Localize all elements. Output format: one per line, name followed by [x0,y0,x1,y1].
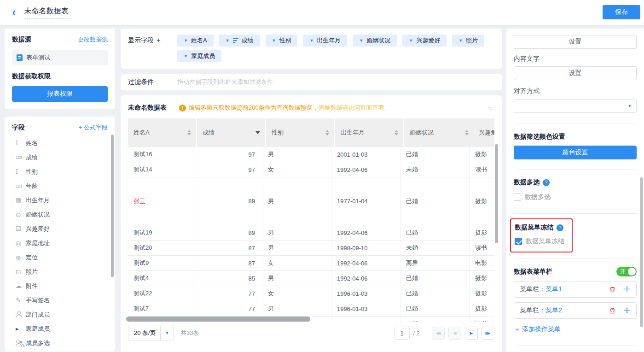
menu-bar-item[interactable]: 菜单栏： 菜单1 [514,281,637,298]
field-tag[interactable]: ▼ 家庭成员 [177,50,221,62]
field-list: 姓名 成绩 性别 年龄 出生年月 婚姻状 [12,136,108,350]
delete-icon[interactable] [609,286,616,293]
field-list-item[interactable]: 出生年月 [12,193,108,207]
cell-score: 87 [193,241,262,255]
settings-button-1[interactable]: 设置 [514,35,637,49]
field-tag[interactable]: ▼ 性别 [266,35,298,47]
field-tag[interactable]: ▼ 姓名A [177,35,214,47]
field-list-item[interactable]: 手写签名 [12,293,108,307]
column-header[interactable]: 兴趣爱好 [473,118,494,147]
datasource-item[interactable]: 表单测试 [12,50,108,65]
cell-hobby: 摄影 [470,147,494,162]
prev-page-button[interactable]: ◀ [448,327,461,340]
field-tag[interactable]: ▼ 兴趣爱好 [402,35,447,47]
column-header[interactable]: 出生年月 [335,118,403,147]
page-number-input[interactable]: 1 [395,327,410,340]
multi-select-checkbox-row[interactable]: 数据多选 [514,193,637,201]
field-list-item[interactable]: 兴趣爱好 [12,222,108,236]
last-page-button[interactable]: ▶▶ [482,327,494,340]
column-label: 性别 [272,129,325,137]
column-header[interactable]: 性别 [266,118,334,147]
field-tag[interactable]: ▼ 出生年月 [303,35,347,47]
chevron-down-icon: ▼ [184,54,188,59]
cell-gender: 女 [262,162,331,177]
checkbox-icon [16,225,26,233]
field-list-item[interactable]: 部门成员 [12,307,108,322]
field-list-item[interactable]: 年龄 [12,179,108,193]
add-formula-field-link[interactable]: + 公式字段 [79,123,108,132]
menu-item-prefix: 菜单栏： [520,306,545,315]
cell-gender: 男 [262,147,331,162]
table-horizontal-scrollbar[interactable] [126,317,310,322]
field-tag-label: 性别 [279,36,291,45]
cell-hobby: 摄影 [470,301,494,316]
add-display-field-button[interactable]: + [157,36,161,44]
field-list-item[interactable]: 姓名 [12,136,108,150]
freeze-checkbox-label: 数据菜单冻结 [526,237,564,246]
field-list-item[interactable]: 定位 [12,250,108,264]
cell-score: 89 [193,177,262,225]
menu-item-name[interactable]: 菜单1 [545,285,562,293]
table-vertical-scrollbar[interactable] [495,144,498,243]
change-datasource-link[interactable]: 更改数据源 [78,35,108,44]
divider [514,123,637,123]
column-header[interactable]: 姓名A [128,118,196,147]
color-settings-button[interactable]: 颜色设置 [514,146,637,159]
table-menu-toggle[interactable]: 开 [616,267,637,276]
align-select[interactable]: ▼ [514,99,637,113]
add-action-menu-link[interactable]: ＋ 添加操作菜单 [514,325,561,334]
settings-button-2[interactable]: 设置 [514,66,637,80]
field-tag-label: 照片 [466,36,478,45]
field-tag[interactable]: ▼ 成绩 [219,35,260,47]
next-page-button[interactable]: ▶ [465,327,478,340]
menu-bar-item[interactable]: 菜单栏： 菜单2 [514,302,637,319]
sort-desc-active-icon [255,131,260,134]
filter-label: 过滤条件 [128,78,177,86]
field-list-item[interactable]: 照片 [12,264,108,279]
cell-birth: 2001-01-03 [331,147,400,162]
table-row: 测试4 85 男 1992-04-06 已婚 摄影 [128,271,494,286]
filter-dropzone[interactable]: 拖动左侧字段到此处来添加过滤条件 [177,78,494,86]
page-scrollbar[interactable] [640,177,643,327]
menu-item-list: 菜单栏： 菜单1 菜单栏： 菜单2 [514,281,637,319]
field-list-item[interactable]: 性别 [12,164,108,179]
first-page-button[interactable]: ◀◀ [432,327,445,340]
fields-scrollbar[interactable] [111,135,114,277]
chevron-down-icon: ▼ [272,38,276,43]
report-permission-button[interactable]: 报表权限 [12,86,108,102]
sort-order-icon[interactable]: ↑↓ [487,105,494,111]
field-list-item[interactable]: 家庭地址 [12,236,108,250]
field-list-item[interactable]: 婚姻状况 [12,207,108,222]
page-size-select[interactable]: 20 条/页 ▼ [128,326,174,340]
field-tag[interactable]: ▼ 婚姻状况 [353,35,397,47]
field-label: 成员多选 [26,339,50,347]
page-title[interactable]: 未命名数据表 [24,6,69,19]
field-list-item[interactable]: 成绩 [12,150,108,164]
cell-score: 87 [193,256,262,270]
cell-gender: 男 [262,271,331,286]
column-header[interactable]: 成绩 [197,118,265,147]
field-label: 家庭地址 [26,239,50,247]
delete-icon[interactable] [609,307,616,314]
cell-name: 测试19 [128,225,193,240]
chevron-down-icon: ▼ [165,331,169,335]
column-header[interactable]: 婚姻状况 [404,118,473,147]
checkbox-checked[interactable] [515,238,522,245]
cell-hobby: 摄影 [470,225,494,240]
move-icon[interactable] [623,286,631,293]
field-list-item[interactable]: 成员多选 [12,336,108,350]
move-icon[interactable] [623,307,631,314]
location-icon [16,240,26,247]
field-list-item[interactable]: 附件 [12,279,108,293]
save-button[interactable]: 保存 [603,5,640,19]
field-tag[interactable]: ▼ 照片 [452,35,484,47]
freeze-checkbox-row[interactable]: 数据菜单冻结 [515,237,564,246]
back-icon[interactable]: ‹ [12,6,16,18]
table-row: 测试20 87 男 1998-09-10 未婚 读书 [128,241,494,256]
field-list-item[interactable]: 家庭成员 [12,322,108,336]
menu-item-name[interactable]: 菜单2 [545,306,562,315]
help-icon[interactable]: ? [543,179,550,186]
cell-marital: 已婚 [400,301,470,316]
checkbox-unchecked[interactable] [514,194,521,201]
help-icon[interactable]: ? [557,224,563,231]
